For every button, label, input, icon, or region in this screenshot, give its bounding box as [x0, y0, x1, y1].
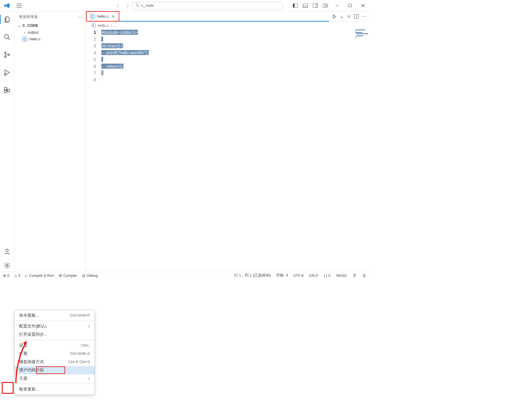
source-control-icon[interactable] [0, 49, 14, 61]
svg-rect-16 [4, 87, 7, 90]
c-file-icon: C [22, 37, 27, 42]
breadcrumb-file: hello.c [98, 23, 109, 28]
warning-icon: △ [14, 273, 17, 278]
editor-tabs: C hello.c ✕ ⌄ ⋯ [86, 11, 369, 22]
breadcrumb-rest: › … [111, 23, 117, 28]
svg-rect-28 [355, 37, 356, 37]
status-indent[interactable]: 空格: 4 [276, 273, 288, 278]
status-encoding[interactable]: UTF-8 [293, 274, 303, 278]
chevron-down-icon: ⌄ [17, 24, 21, 28]
bug-icon [82, 274, 86, 278]
tree-folder-output[interactable]: › output [14, 29, 86, 36]
svg-rect-26 [356, 33, 368, 34]
svg-point-11 [4, 34, 9, 39]
window-minimize[interactable] [331, 0, 343, 11]
panel-left-icon[interactable] [292, 2, 299, 9]
svg-rect-18 [7, 89, 10, 92]
tab-close-icon[interactable]: ✕ [111, 14, 116, 19]
status-debug[interactable]: Debug [82, 274, 98, 278]
nav-forward-icon[interactable] [125, 3, 130, 8]
folder-label: output [28, 30, 38, 34]
svg-point-0 [136, 4, 138, 6]
play-icon: ▷ [25, 273, 28, 278]
svg-point-12 [4, 52, 6, 54]
panel-right-icon[interactable] [312, 2, 319, 9]
more-icon[interactable]: ⋯ [362, 14, 366, 19]
file-tree: ⌄ C_CODE › output C hello.c [14, 21, 86, 44]
status-target[interactable]: Win32 [336, 274, 347, 278]
status-feedback-icon[interactable] [352, 273, 357, 278]
editor-area: C hello.c ✕ ⌄ ⋯ C hello.c › … 12345678 #… [86, 11, 369, 272]
svg-rect-24 [355, 31, 356, 32]
status-bar: ⊗0 △0 ▷Compile & Run ⚙Compile Debug 行 1，… [0, 272, 369, 279]
search-activity-icon[interactable] [0, 31, 14, 43]
sidebar-more-icon[interactable]: ⋯ [77, 14, 82, 20]
sidebar-title: 资源管理器 [19, 14, 38, 19]
panel-bottom-icon[interactable] [302, 2, 309, 9]
error-icon: ⊗ [3, 273, 6, 278]
run-debug-icon[interactable] [0, 67, 14, 78]
c-file-icon: C [92, 23, 96, 27]
code-content[interactable]: #include·<stdio.h> int·main()·{····print… [101, 29, 369, 83]
status-eol[interactable]: CRLF [309, 274, 319, 278]
file-label: hello.c [29, 37, 41, 41]
svg-rect-25 [355, 32, 362, 33]
tree-project-root[interactable]: ⌄ C_CODE [14, 22, 86, 29]
c-file-icon: C [90, 14, 95, 19]
svg-rect-7 [323, 4, 325, 7]
svg-rect-27 [356, 35, 363, 36]
split-editor-icon[interactable] [354, 14, 359, 19]
svg-point-15 [4, 74, 6, 75]
vscode-logo-icon [0, 3, 14, 9]
manage-gear-icon[interactable] [0, 261, 14, 270]
run-dropdown-icon[interactable]: ⌄ [340, 14, 343, 19]
status-cursor[interactable]: 行 1，列 1 (已选择86) [234, 273, 271, 278]
status-compile-run[interactable]: ▷Compile & Run [25, 273, 54, 278]
window-maximize[interactable] [343, 0, 356, 11]
svg-point-14 [8, 54, 9, 56]
svg-point-30 [353, 274, 355, 275]
window-close[interactable] [356, 0, 369, 11]
title-bar: c_code [0, 0, 369, 11]
svg-rect-2 [293, 4, 295, 7]
explorer-icon[interactable] [0, 14, 14, 25]
svg-rect-6 [316, 4, 318, 7]
search-icon [136, 4, 140, 7]
svg-point-29 [82, 275, 85, 277]
tab-label: hello.c [97, 14, 109, 19]
run-icon[interactable] [332, 14, 337, 19]
minimap[interactable] [353, 29, 369, 38]
svg-rect-17 [4, 90, 7, 93]
explorer-sidebar: 资源管理器 ⋯ ⌄ C_CODE › output C hello.c [14, 11, 86, 272]
svg-rect-3 [303, 4, 308, 7]
svg-point-20 [6, 265, 8, 267]
tree-file-hello-c[interactable]: C hello.c [14, 36, 86, 42]
chevron-right-icon: › [22, 30, 27, 34]
breadcrumb[interactable]: C hello.c › … [86, 22, 369, 29]
customize-layout-icon[interactable] [322, 2, 329, 9]
svg-point-19 [6, 249, 8, 252]
hamburger-menu-icon[interactable] [14, 4, 24, 8]
activity-bar [0, 11, 14, 272]
search-text: c_code [141, 3, 154, 8]
status-bell-icon[interactable] [362, 273, 366, 278]
project-name: C_CODE [22, 23, 38, 28]
accounts-icon[interactable] [0, 247, 14, 256]
status-warnings[interactable]: △0 [14, 273, 20, 278]
svg-rect-23 [355, 29, 365, 30]
nav-arrows [116, 3, 133, 8]
settings-gear-icon[interactable] [346, 14, 351, 19]
status-compile[interactable]: ⚙Compile [59, 273, 77, 278]
extensions-icon[interactable] [0, 84, 14, 96]
nav-back-icon[interactable] [116, 3, 121, 8]
code-editor[interactable]: 12345678 #include·<stdio.h> int·main()·{… [86, 29, 369, 272]
layout-controls [292, 2, 331, 9]
tab-hello-c[interactable]: C hello.c ✕ [86, 11, 119, 21]
command-center-search[interactable]: c_code [133, 2, 283, 9]
svg-rect-9 [326, 6, 328, 8]
status-errors[interactable]: ⊗0 [3, 273, 9, 278]
svg-rect-4 [303, 6, 308, 7]
gear-icon: ⚙ [59, 273, 62, 278]
status-language[interactable]: { } C [324, 274, 331, 278]
editor-actions: ⌄ ⋯ [329, 11, 369, 21]
